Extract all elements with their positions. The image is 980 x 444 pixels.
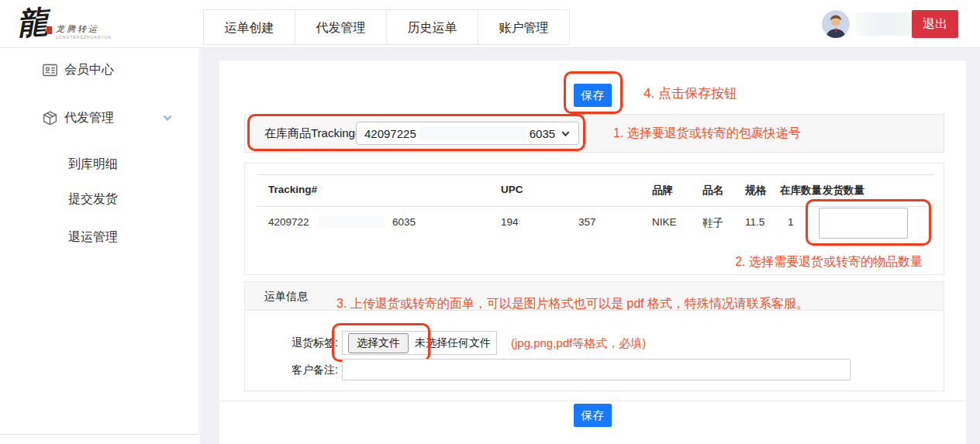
tab-dropship-manage[interactable]: 代发管理 <box>295 9 387 45</box>
bottom-divider <box>219 401 966 401</box>
user-area: 退出 <box>822 10 958 38</box>
sidebar-item-label: 会员中心 <box>64 62 114 78</box>
customer-remark-input[interactable] <box>342 359 851 380</box>
main-area: 保存 4. 点击保存按钮 在库商品Tracking#： 42097225 603… <box>200 48 980 444</box>
table-header-divider <box>257 206 933 207</box>
return-form-card: 保存 4. 点击保存按钮 在库商品Tracking#： 42097225 603… <box>219 60 966 444</box>
file-upload-control: 选择文件 未选择任何文件 <box>342 331 497 355</box>
sidebar-item-submit-shipment[interactable]: 提交发货 <box>68 188 118 210</box>
col-header-name: 品名 <box>702 184 723 198</box>
table-top-divider <box>257 174 933 175</box>
annotation-step4: 4. 点击保存按钮 <box>644 84 737 102</box>
save-button-top[interactable]: 保存 <box>574 84 612 107</box>
col-header-stock-qty: 在库数量 <box>780 184 822 198</box>
waybill-section-title: 运单信息 <box>264 282 308 311</box>
sidebar-item-member-center[interactable]: 会员中心 <box>42 59 114 81</box>
brand-seal-icon <box>47 26 52 34</box>
file-format-hint: (jpg,png,pdf等格式，必填) <box>511 336 646 351</box>
app-screen: 龍 龙腾转运 LONGTENGZHUANYUN 运单创建 代发管理 历史运单 账… <box>0 0 980 444</box>
cell-spec: 11.5 <box>745 216 764 228</box>
tracking-redacted <box>419 126 526 140</box>
avatar[interactable] <box>822 10 850 38</box>
annotation-step2: 2. 选择需要退货或转寄的物品数量 <box>735 254 923 270</box>
cell-tracking-redacted <box>319 216 385 228</box>
sidebar: 会员中心 代发管理 到库明细 提交发货 退运管理 <box>0 48 199 435</box>
annotation-step3: 3. 上传退货或转寄的面单，可以是图片格式也可以是 pdf 格式，特殊情况请联系… <box>336 296 809 312</box>
tracking-select[interactable]: 42097225 6035 <box>356 122 579 145</box>
tracking-select-bar: 在库商品Tracking#： 42097225 6035 1. 选择要退货或转寄… <box>244 114 944 153</box>
chevron-down-icon <box>162 112 173 123</box>
top-bar: 龍 龙腾转运 LONGTENGZHUANYUN 运单创建 代发管理 历史运单 账… <box>0 0 980 48</box>
id-card-icon <box>42 62 58 78</box>
col-header-brand: 品牌 <box>652 184 673 198</box>
cell-tracking-prefix: 4209722 <box>268 216 309 228</box>
ship-qty-input[interactable] <box>819 208 908 239</box>
choose-file-button[interactable]: 选择文件 <box>348 333 409 353</box>
sidebar-item-arrival-detail[interactable]: 到库明细 <box>68 153 118 175</box>
package-icon <box>42 110 58 126</box>
cell-product-name: 鞋子 <box>702 216 723 230</box>
sidebar-item-return-manage[interactable]: 退运管理 <box>68 226 118 248</box>
cell-brand: NIKE <box>652 216 677 228</box>
top-nav: 运单创建 代发管理 历史运单 账户管理 <box>203 9 570 45</box>
tab-waybill-create[interactable]: 运单创建 <box>203 9 295 45</box>
tab-account-manage[interactable]: 账户管理 <box>478 9 570 45</box>
col-header-tracking: Tracking# <box>268 184 317 195</box>
cell-tracking-suffix: 6035 <box>392 216 416 228</box>
cell-stock-qty: 1 <box>788 216 794 228</box>
waybill-info-section: 运单信息 3. 上传退货或转寄的面单，可以是图片格式也可以是 pdf 格式，特殊… <box>244 281 944 391</box>
brand-name-en: LONGTENGZHUANYUN <box>56 35 112 40</box>
sidebar-item-label: 代发管理 <box>64 110 114 126</box>
col-header-ship-qty: 发货数量 <box>823 184 864 198</box>
col-header-spec: 规格 <box>745 184 766 198</box>
logout-button[interactable]: 退出 <box>912 10 958 38</box>
username-redacted <box>856 12 912 36</box>
brand-logo-icon: 龍 <box>16 1 50 46</box>
sidebar-item-dropship-manage[interactable]: 代发管理 <box>42 107 173 129</box>
tracking-selected-suffix: 6035 <box>530 127 555 140</box>
annotation-step1: 1. 选择要退货或转寄的包裹快递号 <box>613 126 801 142</box>
brand-logo: 龍 龙腾转运 LONGTENGZHUANYUN <box>17 3 180 45</box>
remark-label: 客户备注: <box>249 363 338 377</box>
tracking-selected-prefix: 42097225 <box>364 127 416 140</box>
brand-name-cn: 龙腾转运 <box>56 23 99 35</box>
cell-upc-suffix: 357 <box>578 216 596 228</box>
cell-upc-prefix: 194 <box>501 216 519 228</box>
return-label-label: 退货标签: <box>249 336 338 350</box>
save-button-bottom[interactable]: 保存 <box>574 404 612 427</box>
col-header-upc: UPC <box>501 184 523 195</box>
select-chevron-icon <box>561 129 571 139</box>
file-status-text: 未选择任何文件 <box>415 336 491 350</box>
tab-history-waybill[interactable]: 历史运单 <box>386 9 478 45</box>
